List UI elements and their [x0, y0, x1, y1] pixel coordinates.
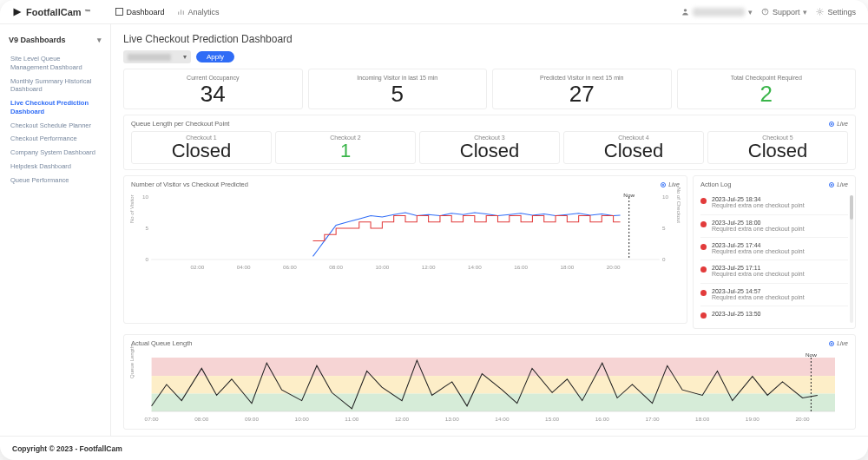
svg-rect-3 [182, 10, 183, 15]
svg-text:04:00: 04:00 [237, 264, 251, 270]
action-timestamp: 2023-Jul-25 13:50 [712, 311, 760, 317]
svg-rect-1 [178, 12, 179, 15]
sidebar-item[interactable]: Helpdesk Dashboard [9, 160, 102, 174]
sidebar: V9 Dashboards ▾ Site Level Queue Managem… [0, 24, 111, 436]
dashboard-icon [115, 8, 123, 16]
sidebar-group-title[interactable]: V9 Dashboards ▾ [9, 33, 102, 47]
queue-section-title: Queue Length per Checkout Point [131, 120, 229, 128]
checkout-card: Checkout 4Closed [563, 131, 704, 164]
sidebar-item[interactable]: Checkout Schedule Planner [9, 119, 102, 133]
alert-dot-icon [700, 266, 707, 273]
svg-text:20:00: 20:00 [796, 416, 811, 422]
chart-visitor-vs-checkout: No of Visitor No of Checkout 0510051002:… [131, 192, 680, 272]
action-timestamp: 2023-Jul-25 14:57 [712, 288, 805, 294]
kpi-card: Predicted Visitor in next 15 min27 [492, 69, 672, 109]
chart2-title: Actual Queue Length [131, 339, 192, 347]
checkout-value: Closed [134, 141, 269, 161]
sidebar-item[interactable]: Checkout Performance [9, 132, 102, 146]
alert-dot-icon [700, 312, 707, 319]
action-timestamp: 2023-Jul-25 17:11 [712, 265, 805, 271]
sidebar-item[interactable]: Live Checkout Prediction Dashboard [9, 96, 102, 119]
alert-dot-icon [700, 221, 707, 227]
support-icon: ? [761, 8, 769, 16]
svg-text:10: 10 [662, 194, 669, 200]
support-label: Support [773, 8, 800, 16]
kpi-label: Total Checkpoint Required [681, 75, 852, 81]
brand-tm: ™ [85, 9, 91, 15]
svg-text:5: 5 [662, 225, 666, 231]
chart1-y-right-label: No of Checkout [676, 187, 681, 223]
svg-text:0: 0 [145, 256, 148, 262]
app-frame: FootfallCam™ Dashboard Analytics ▾ ? Sup… [0, 0, 868, 460]
topnav-dashboard[interactable]: Dashboard [115, 8, 165, 16]
svg-text:10:00: 10:00 [295, 416, 310, 422]
svg-text:5: 5 [145, 225, 148, 231]
svg-text:?: ? [764, 10, 766, 14]
svg-text:10:00: 10:00 [375, 264, 389, 270]
svg-text:11:00: 11:00 [345, 416, 359, 422]
support-link[interactable]: ? Support ▾ [761, 8, 808, 16]
svg-text:16:00: 16:00 [514, 264, 528, 270]
live-dot-icon [661, 182, 666, 187]
brand-logo[interactable]: FootfallCam™ [12, 7, 91, 17]
sidebar-item[interactable]: Queue Performance [9, 174, 102, 187]
live-badge: Live [829, 121, 848, 127]
action-log-item: 2023-Jul-25 18:34Required extra one chec… [700, 192, 848, 214]
svg-text:02:00: 02:00 [191, 264, 205, 270]
alert-dot-icon [700, 290, 707, 296]
scrollbar-thumb[interactable] [850, 195, 853, 220]
svg-text:18:00: 18:00 [695, 416, 710, 422]
kpi-label: Incoming Visitor in last 15 min [312, 75, 483, 81]
alert-dot-icon [700, 244, 707, 250]
checkout-row: Checkout 1ClosedCheckout 21Checkout 3Clo… [131, 131, 848, 164]
action-log-item: 2023-Jul-25 18:00Required extra one chec… [700, 215, 848, 238]
sidebar-title-text: V9 Dashboards [9, 36, 66, 44]
chart2-y-left-label: Queue Length [129, 345, 135, 378]
checkout-value: Closed [566, 141, 701, 161]
brand-name: FootfallCam [26, 7, 82, 17]
checkout-value: Closed [710, 141, 845, 161]
kpi-value: 2 [681, 82, 852, 105]
live-dot-icon [829, 341, 834, 346]
user-icon [681, 8, 689, 16]
topnav-dashboard-label: Dashboard [127, 8, 165, 16]
checkout-card: Checkout 3Closed [419, 131, 560, 164]
svg-text:12:00: 12:00 [395, 416, 410, 422]
action-log-list[interactable]: 2023-Jul-25 18:34Required extra one chec… [700, 192, 848, 323]
svg-text:20:00: 20:00 [607, 264, 621, 270]
sidebar-item[interactable]: Company System Dashboard [9, 146, 102, 160]
kpi-value: 34 [128, 82, 299, 105]
user-menu[interactable]: ▾ [681, 8, 753, 16]
chevron-down-icon: ▾ [97, 36, 102, 44]
svg-text:Now: Now [806, 352, 817, 358]
svg-point-4 [684, 9, 687, 11]
svg-text:18:00: 18:00 [560, 264, 574, 270]
kpi-label: Current Occupancy [128, 75, 299, 81]
live-badge: Live [829, 340, 848, 346]
footer-text: Copyright © 2023 - FootfallCam [12, 444, 122, 453]
svg-text:08:00: 08:00 [194, 416, 209, 422]
site-dropdown[interactable] [123, 50, 191, 63]
sidebar-item[interactable]: Site Level Queue Management Dashboard [9, 52, 102, 75]
apply-button[interactable]: Apply [196, 51, 234, 62]
svg-rect-0 [115, 9, 122, 16]
actual-queue-length-section: Actual Queue Length Live Queue Length 07… [123, 334, 856, 430]
action-log-item: 2023-Jul-25 13:50 [700, 306, 848, 323]
topnav: Dashboard Analytics [115, 8, 220, 16]
sidebar-item[interactable]: Monthly Summary Historical Dashboard [9, 75, 102, 97]
svg-text:09:00: 09:00 [245, 416, 260, 422]
svg-rect-28 [152, 376, 835, 393]
kpi-row: Current Occupancy34Incoming Visitor in l… [123, 69, 856, 109]
live-dot-icon [829, 182, 834, 187]
analytics-icon [177, 8, 185, 16]
page-title: Live Checkout Prediction Dashboard [123, 33, 856, 45]
scrollbar[interactable] [850, 195, 853, 323]
settings-link[interactable]: Settings [816, 8, 856, 16]
topnav-analytics-label: Analytics [188, 8, 220, 16]
svg-text:08:00: 08:00 [329, 264, 343, 270]
action-log-section: Action Log Live 2023-Jul-25 18:34Require… [693, 175, 856, 329]
visitor-vs-checkout-section: Number of Visitor vs Checkout Predicted … [123, 175, 687, 324]
topnav-analytics[interactable]: Analytics [177, 8, 220, 16]
kpi-card: Incoming Visitor in last 15 min5 [308, 69, 488, 109]
action-timestamp: 2023-Jul-25 17:44 [712, 242, 805, 248]
